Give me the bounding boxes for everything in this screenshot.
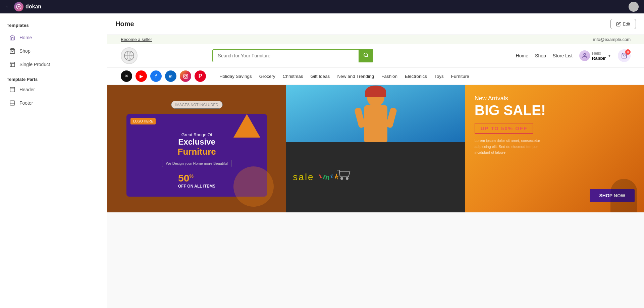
preview-container: Become a seller info@example.com	[107, 35, 644, 212]
banner1-discount: 50% OFF ON ALL ITEMS	[178, 172, 215, 189]
banner1-exclusive-text: Exclusive	[178, 137, 216, 147]
sidebar-home-label: Home	[19, 35, 32, 40]
cat-furniture[interactable]: Furniture	[451, 72, 469, 80]
become-seller-link[interactable]: Become a seller	[121, 37, 152, 42]
cat-toys[interactable]: Toys	[434, 72, 444, 80]
social-pinterest-icon[interactable]: P	[195, 70, 206, 82]
store-user[interactable]: Hello Rabbir ▼	[579, 50, 611, 61]
shop-icon	[9, 48, 15, 54]
single-product-icon	[9, 61, 15, 67]
header-icon	[9, 87, 15, 93]
edit-label: Edit	[623, 21, 630, 27]
top-bar: ← dokan	[0, 0, 644, 13]
banner3-offer: UP TO 50% OFF	[475, 123, 534, 134]
store-nav-links: Home Shop Store List	[516, 53, 573, 58]
sidebar-item-single-product[interactable]: Single Product	[3, 58, 104, 71]
sidebar-single-product-label: Single Product	[19, 62, 50, 67]
banner1-furniture-text: Furniture	[178, 147, 216, 157]
social-icons: ✕ ▶ f in P	[121, 70, 206, 82]
nav-shop[interactable]: Shop	[535, 53, 546, 58]
banner1-tagline: We Design your Home more Beautiful	[162, 160, 231, 167]
girl-head	[367, 89, 384, 106]
svg-point-16	[184, 75, 186, 77]
nav-store-list[interactable]: Store List	[553, 53, 573, 58]
banner1-inner: IMAGES NOT INCLUDED LOGO HERE Great Rang…	[107, 85, 286, 212]
home-icon	[9, 35, 15, 41]
sidebar-item-footer[interactable]: Footer	[3, 97, 104, 109]
girl-body	[364, 105, 387, 142]
sale-text: sale	[293, 172, 314, 183]
cat-fashion[interactable]: Fashion	[381, 72, 397, 80]
banner1-title: Great Range Of Exclusive Furniture	[178, 132, 216, 157]
store-navbar: Home Shop Store List Hello Rabbir ▼	[107, 44, 644, 68]
banner3-description: Lorem ipsum dolor sit amet, consectetur …	[475, 138, 542, 156]
sidebar-footer-label: Footer	[19, 100, 33, 106]
triangle-deco	[233, 114, 260, 138]
banner-furniture: IMAGES NOT INCLUDED LOGO HERE Great Rang…	[107, 85, 286, 212]
person-silhouette	[610, 179, 637, 212]
social-linkedin-icon[interactable]: in	[165, 70, 176, 82]
social-x-icon[interactable]: ✕	[121, 70, 132, 82]
user-greeting-block: Hello Rabbir	[592, 51, 606, 61]
edit-button[interactable]: Edit	[610, 19, 636, 29]
sidebar-header-label: Header	[19, 87, 35, 92]
cat-christmas[interactable]: Christmas	[283, 72, 303, 80]
banner-double: sale t m z k	[286, 85, 465, 212]
svg-point-17	[186, 75, 187, 75]
categories-bar: ✕ ▶ f in P Holiday Savings Grocery Chris…	[107, 68, 644, 85]
search-input[interactable]	[212, 49, 359, 62]
footer-icon	[9, 100, 15, 106]
svg-rect-5	[10, 101, 15, 105]
back-button[interactable]: ←	[5, 4, 11, 10]
svg-point-21	[346, 177, 348, 180]
page-title: Home	[115, 20, 134, 28]
store-topbar: Become a seller info@example.com	[107, 35, 644, 44]
circle-decoration	[233, 166, 274, 207]
cat-electronics[interactable]: Electronics	[405, 72, 427, 80]
social-youtube-icon[interactable]: ▶	[136, 70, 147, 82]
search-button[interactable]	[359, 49, 373, 62]
banner-sale-toys: sale t m z k	[286, 142, 465, 212]
svg-rect-15	[183, 74, 188, 79]
template-parts-section-title: Template Parts	[7, 77, 100, 82]
user-name: Rabbir	[592, 56, 606, 61]
app-logo: dokan	[14, 2, 41, 11]
sale-letters-deco: t m z k	[320, 173, 339, 182]
svg-line-12	[367, 56, 368, 57]
store-search	[212, 49, 373, 62]
sidebar-item-shop[interactable]: Shop	[3, 45, 104, 57]
page-header: Home Edit	[107, 13, 644, 35]
sidebar-item-home[interactable]: Home	[3, 31, 104, 44]
cat-grocery[interactable]: Grocery	[259, 72, 275, 80]
category-links: Holiday Savings Grocery Christmas Gift I…	[219, 72, 469, 80]
svg-rect-3	[10, 87, 15, 92]
main-content: Home Edit Become a seller info@example.c…	[107, 13, 644, 308]
banner3-subtitle: New Arrivals	[475, 95, 635, 102]
nav-home[interactable]: Home	[516, 53, 528, 58]
banner3-title: BIG SALE!	[475, 103, 635, 117]
svg-point-13	[584, 53, 586, 55]
svg-rect-2	[10, 62, 15, 67]
discount-suffix: OFF ON ALL ITEMS	[178, 184, 215, 189]
svg-point-20	[340, 177, 343, 180]
sidebar-item-header[interactable]: Header	[3, 83, 104, 96]
edit-icon	[616, 22, 621, 27]
user-greeting: Hello	[592, 51, 606, 56]
social-facebook-icon[interactable]: f	[150, 70, 162, 82]
cat-holiday-savings[interactable]: Holiday Savings	[219, 72, 252, 80]
sidebar: Templates Home Shop Single Product	[0, 13, 107, 308]
user-avatar[interactable]	[629, 2, 639, 12]
banner1-card: LOGO HERE Great Range Of Exclusive Furni…	[126, 114, 267, 197]
banner-section: IMAGES NOT INCLUDED LOGO HERE Great Rang…	[107, 85, 644, 212]
cat-new-trending[interactable]: New and Trending	[337, 72, 374, 80]
logo-text: dokan	[25, 4, 41, 10]
social-instagram-icon[interactable]	[180, 70, 191, 82]
sidebar-shop-label: Shop	[19, 48, 31, 54]
girl-figure-container	[352, 85, 399, 142]
cart-button[interactable]: 0	[618, 49, 631, 62]
store-email: info@example.com	[593, 37, 631, 42]
cat-gift-ideas[interactable]: Gift Ideas	[311, 72, 330, 80]
search-icon	[363, 52, 369, 58]
discount-percent: 50%	[178, 172, 194, 184]
top-bar-left: ← dokan	[5, 2, 41, 11]
